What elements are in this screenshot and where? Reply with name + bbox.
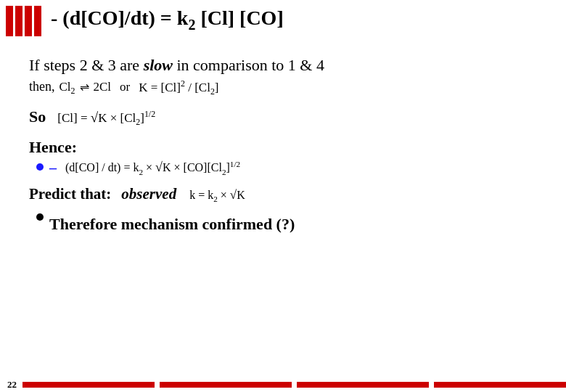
if-steps-block: If steps 2 & 3 are slow in comparison to… <box>29 54 544 97</box>
bottom-stripe-4 <box>434 382 566 388</box>
k-equation: K = [Cl]2 / [Cl2] <box>139 78 218 97</box>
bullet1-math: (d[CO] / dt) = k2 × √K × [CO][Cl2]1/2 <box>65 160 240 176</box>
cl2-so-sub: 2 <box>136 117 140 127</box>
title-k2: 2 <box>188 17 195 33</box>
b1-k2-sub: 2 <box>139 168 143 176</box>
then-label: then, <box>29 79 55 94</box>
predict-label: Predict that: <box>29 185 111 203</box>
title-prefix: - (d[CO]/dt) = k <box>51 7 188 29</box>
bullet-item-1: – (d[CO] / dt) = k2 × √K × [CO][Cl2]1/2 <box>36 160 544 176</box>
hence-title: Hence: <box>29 138 544 157</box>
b1-cl2-sub: 2 <box>222 168 226 176</box>
bullet-dot-2 <box>36 213 44 221</box>
or-word: or <box>120 80 130 94</box>
predict-observed: observed <box>121 185 176 203</box>
equilibrium-arrow: ⇌ <box>80 80 89 94</box>
cl-sup2: 2 <box>181 78 185 89</box>
slide: - (d[CO]/dt) = k2 [Cl] [CO] If steps 2 &… <box>0 0 566 392</box>
bullet1-dash: – <box>49 160 57 176</box>
predict-k-eq: k = k2 × √K <box>189 188 245 203</box>
bullet-dot-1 <box>36 163 44 171</box>
then-line: then, Cl2 ⇌ 2Cl or K = [Cl]2 / [Cl2] <box>29 78 544 97</box>
if-steps-text1: If steps 2 & 3 are <box>29 56 144 74</box>
so-math: [Cl] = √K × [Cl2]1/2 <box>57 109 155 128</box>
slide-title: - (d[CO]/dt) = k2 [Cl] [CO] <box>51 6 551 33</box>
stripe-4 <box>34 6 41 36</box>
cl2-so-exp: 1/2 <box>144 109 155 119</box>
bottom-stripe-3 <box>297 382 429 388</box>
so-line: So [Cl] = √K × [Cl2]1/2 <box>29 107 544 128</box>
title-suffix: [Cl] [CO] <box>195 7 283 29</box>
bottom-bar: 22 <box>0 377 566 392</box>
stripe-2 <box>15 6 22 36</box>
bottom-stripe-2 <box>160 382 292 388</box>
bullet-item-2: Therefore mechanism confirmed (?) <box>36 209 544 234</box>
pred-k2-sub: 2 <box>213 195 218 203</box>
so-label: So <box>29 107 46 126</box>
b1-cl2-exp: 1/2 <box>230 160 240 168</box>
therefore-text: Therefore mechanism confirmed (?) <box>49 215 295 234</box>
bottom-stripes <box>22 382 566 388</box>
bottom-stripe-gap-1 <box>156 382 158 388</box>
content-area: If steps 2 & 3 are slow in comparison to… <box>29 54 544 363</box>
cl2-sub2: 2 <box>210 86 215 97</box>
bottom-stripe-1 <box>22 382 155 388</box>
bottom-stripe-gap-2 <box>293 382 295 388</box>
bottom-stripe-gap-3 <box>430 382 432 388</box>
stripe-1 <box>6 6 13 36</box>
stripe-3 <box>25 6 32 36</box>
then-cl2: Cl2 <box>60 80 75 97</box>
slow-word: slow <box>144 56 173 74</box>
then-2cl: 2Cl <box>94 80 112 94</box>
if-steps-text2: in comparison to 1 & 4 <box>173 56 324 74</box>
page-number: 22 <box>7 379 17 391</box>
if-steps-line: If steps 2 & 3 are slow in comparison to… <box>29 54 544 77</box>
stripe-decoration <box>6 6 41 36</box>
cl2-sub: 2 <box>71 86 75 97</box>
predict-line: Predict that: observed k = k2 × √K <box>29 185 544 203</box>
